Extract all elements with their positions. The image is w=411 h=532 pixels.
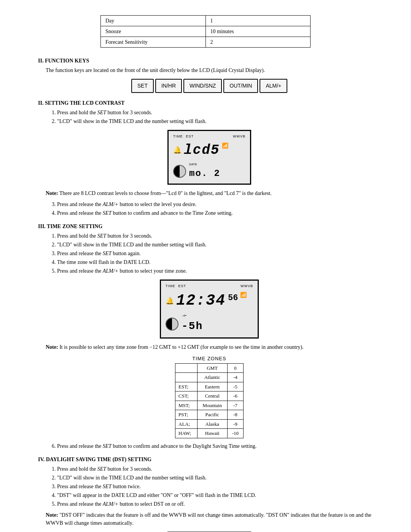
tz-table-cell: Alaska xyxy=(197,419,227,429)
function-keys-body: The function keys are located on the fro… xyxy=(46,66,381,74)
lcd-steps-2: Press and release the ALM/+ button to se… xyxy=(57,200,381,217)
tz-table-row: CST;Central-6 xyxy=(175,391,244,401)
tz-table-row: Atlantic-4 xyxy=(175,373,244,382)
tz-table-cell: Central xyxy=(197,391,227,401)
top-table-row: Day1 xyxy=(101,16,311,26)
lcd-main-row-2: 🔔 12:34 56 📶 xyxy=(166,289,253,312)
lcd-top-bar-2: TIME EST WWVB xyxy=(166,284,253,289)
tz-table-cell: 0 xyxy=(227,363,243,373)
tz-step-6: Press and release the SET button to conf… xyxy=(57,442,381,450)
tz-table-row: MST;Mountain-7 xyxy=(175,401,244,410)
lcd-note-1: Note: There are 8 LCD contrast levels to… xyxy=(46,189,381,197)
key-alm[interactable]: ALM/+ xyxy=(260,79,287,93)
lcd-label-wwvb-2: WWVB xyxy=(241,284,253,289)
tz-table-cell: -8 xyxy=(227,410,243,420)
tz-table-cell: Pacific xyxy=(197,410,227,420)
tz-table-wrapper: TIME ZONES GMT0Atlantic-4EST;Eastern-5CS… xyxy=(175,355,244,438)
section-lcd-contrast: II. SETTING THE LCD CONTRAST Press and h… xyxy=(38,99,381,217)
dst-steps: Press and hold the SET button for 3 seco… xyxy=(57,465,381,508)
tz-table-row: GMT0 xyxy=(175,363,244,373)
lcd-label-est-2: EST xyxy=(178,284,186,289)
top-table-value: 2 xyxy=(206,37,311,48)
tz-table-cell: -6 xyxy=(227,391,243,401)
tz-table-cell: HAW; xyxy=(175,429,198,438)
dst-step-2: "LCD" will show in the TIME LCD and the … xyxy=(57,474,381,482)
tz-step-5: Press and release the ALM/+ button to se… xyxy=(57,267,381,275)
lcd-label-time: TIME xyxy=(173,134,183,139)
lcd-bottom-text-2: -5h xyxy=(182,318,203,334)
lcd-display-2: TIME EST WWVB 🔔 12:34 56 📶 ⊣⊢ -5h xyxy=(38,280,381,339)
tz-table-cell: ALA; xyxy=(175,419,198,429)
key-set[interactable]: SET xyxy=(131,79,154,93)
lcd-steps-1: Press and hold the SET button for 3 seco… xyxy=(57,109,381,125)
lcd-half-circle-2 xyxy=(166,318,178,331)
lcd-bottom-row-2: ⊣⊢ -5h xyxy=(166,314,253,334)
tz-steps: Press and hold the SET button for 3 seco… xyxy=(57,232,381,275)
tz-step-3: Press and release the SET button again. xyxy=(57,249,381,257)
section-time-zone: III. TIME ZONE SETTING Press and hold th… xyxy=(38,222,381,450)
tz-table-cell: -5 xyxy=(227,382,243,391)
lcd-outer-1: TIME EST WWVB 🔔 lcd5 📶 DATE mo. 2 xyxy=(167,130,251,185)
dst-note: Note: "DST OFF" indicates that the featu… xyxy=(46,511,381,527)
tz-table-cell xyxy=(175,363,198,373)
function-keys-heading: II. FUNCTION KEYS xyxy=(38,57,381,65)
tz-table-cell xyxy=(175,373,198,382)
lcd-left-labels-2: TIME EST xyxy=(166,284,186,289)
tz-table-cell: GMT xyxy=(197,363,227,373)
dst-step-4: "DST" will appear in the DATE LCD and ei… xyxy=(57,491,381,499)
lcd-bottom-row-1: DATE mo. 2 xyxy=(173,162,245,181)
dst-step-3: Press and release the SET button twice. xyxy=(57,482,381,490)
lcd-display-1: TIME EST WWVB 🔔 lcd5 📶 DATE mo. 2 xyxy=(38,130,381,185)
signal-icon-2: 📶 xyxy=(240,291,247,299)
key-outmin[interactable]: OUT/MIN xyxy=(223,79,258,93)
lcd-main-text-2: 12:34 xyxy=(176,289,226,312)
lcd-step-4: Press and release the SET button to conf… xyxy=(57,209,381,217)
tz-table-cell: -10 xyxy=(227,429,243,438)
dst-heading: IV. DAYLIGHT SAVING TIME (DST) SETTING xyxy=(38,455,381,463)
tz-note: Note: It is possible to select any time … xyxy=(46,343,381,351)
tz-table-container: TIME ZONES GMT0Atlantic-4EST;Eastern-5CS… xyxy=(38,355,381,438)
key-inhr[interactable]: IN/HR xyxy=(155,79,182,93)
bell-icon-2: 🔔 xyxy=(166,296,174,306)
tz-table-cell: Eastern xyxy=(197,382,227,391)
lcd-step-2: "LCD" will show in the TIME LCD and the … xyxy=(57,117,381,125)
tz-table-row: PST;Pacific-8 xyxy=(175,410,244,420)
key-windsnz[interactable]: WIND/SNZ xyxy=(183,79,222,93)
top-table-value: 1 xyxy=(206,16,311,26)
tz-table-cell: Hawaii xyxy=(197,429,227,438)
lcd-main-text-1: lcd5 xyxy=(184,140,220,161)
top-table-row: Snooze10 minutes xyxy=(101,26,311,37)
lcd-label-time-2: TIME xyxy=(166,284,175,289)
lcd-step-1: Press and hold the SET button for 3 seco… xyxy=(57,109,381,117)
function-keys-diagram: SET IN/HR WIND/SNZ OUT/MIN ALM/+ xyxy=(38,79,381,93)
tz-table-cell: MST; xyxy=(175,401,198,410)
dst-step-5: Press and release the ALM/+ button to se… xyxy=(57,500,381,508)
tz-table-cell: PST; xyxy=(175,410,198,420)
top-settings-table: Day1Snooze10 minutesForecast Sensitivity… xyxy=(100,15,311,48)
bell-icon: 🔔 xyxy=(173,145,182,155)
top-table-row: Forecast Sensitivity2 xyxy=(101,37,311,48)
tz-table-cell: CST; xyxy=(175,391,198,401)
tz-step-1: Press and hold the SET button for 3 seco… xyxy=(57,232,381,240)
top-table-value: 10 minutes xyxy=(206,26,311,37)
lcd-step-3: Press and release the ALM/+ button to se… xyxy=(57,200,381,208)
top-table-label: Day xyxy=(101,16,206,26)
tz-table-cell: -7 xyxy=(227,401,243,410)
lcd-connector-label: ⊣⊢ xyxy=(182,314,187,318)
lcd-main-row-1: 🔔 lcd5 📶 xyxy=(173,140,245,161)
section-function-keys: II. FUNCTION KEYS The function keys are … xyxy=(38,57,381,93)
tz-table-cell: EST; xyxy=(175,382,198,391)
lcd-left-labels-1: TIME EST xyxy=(173,134,194,139)
lcd-half-circle-1 xyxy=(173,165,186,178)
tz-table-cell: -4 xyxy=(227,373,243,382)
tz-table-cell: Mountain xyxy=(197,401,227,410)
tz-step-2: "LCD" will show in the TIME LCD and the … xyxy=(57,241,381,249)
lcd-top-bar-1: TIME EST WWVB xyxy=(173,134,245,139)
lcd-label-est: EST xyxy=(186,134,194,139)
dst-step-1: Press and hold the SET button for 3 seco… xyxy=(57,465,381,473)
top-table-label: Forecast Sensitivity xyxy=(101,37,206,48)
tz-table-title: TIME ZONES xyxy=(175,355,244,363)
top-table-label: Snooze xyxy=(101,26,206,37)
tz-table-row: ALA;Alaska-9 xyxy=(175,419,244,429)
tz-table-row: HAW;Hawaii-10 xyxy=(175,429,244,438)
